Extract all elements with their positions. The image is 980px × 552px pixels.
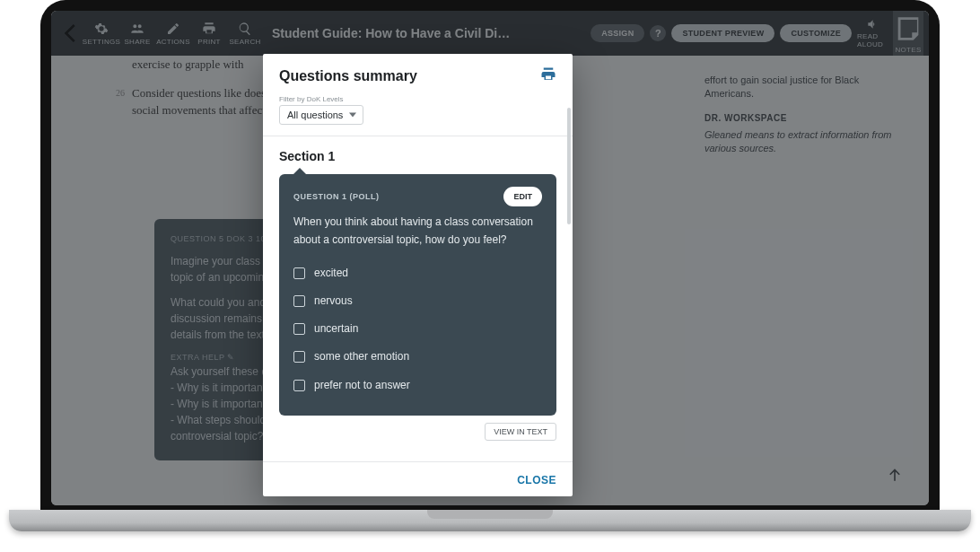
view-in-text-button[interactable]: VIEW IN TEXT <box>485 423 556 441</box>
poll-option[interactable]: uncertain <box>293 315 542 343</box>
modal-title: Questions summary <box>279 68 417 84</box>
checkbox-icon <box>293 323 305 335</box>
questions-summary-modal: Questions summary Filter by DoK Levels A… <box>263 54 573 496</box>
modal-scrollbar[interactable] <box>567 108 571 224</box>
checkbox-icon <box>293 295 305 307</box>
close-modal-button[interactable]: CLOSE <box>517 474 556 486</box>
modal-print-button[interactable] <box>540 66 556 86</box>
option-label: nervous <box>314 293 353 310</box>
poll-option[interactable]: prefer not to answer <box>293 372 542 399</box>
option-label: uncertain <box>314 320 358 337</box>
poll-option[interactable]: some other emotion <box>293 343 542 371</box>
poll-option[interactable]: excited <box>293 259 542 287</box>
question-prompt: When you think about having a class conv… <box>293 214 542 248</box>
filter-value: All questions <box>287 110 343 120</box>
option-label: prefer not to answer <box>314 377 410 394</box>
checkbox-icon <box>293 267 305 279</box>
modal-body[interactable]: Section 1 QUESTION 1 (POLL) EDIT When yo… <box>263 136 573 461</box>
checkbox-icon <box>293 351 305 363</box>
question-tag: QUESTION 1 (POLL) <box>293 190 380 203</box>
question-card: QUESTION 1 (POLL) EDIT When you think ab… <box>279 174 556 416</box>
filter-label: Filter by DoK Levels <box>279 95 556 103</box>
poll-option[interactable]: nervous <box>293 287 542 315</box>
option-label: some other emotion <box>314 348 409 365</box>
filter-dropdown[interactable]: All questions <box>279 105 363 125</box>
section-heading: Section 1 <box>279 149 556 163</box>
checkbox-icon <box>293 380 305 391</box>
edit-question-button[interactable]: EDIT <box>503 187 542 206</box>
option-label: excited <box>314 265 348 282</box>
next-question-peek <box>279 451 556 461</box>
printer-icon <box>540 66 556 83</box>
